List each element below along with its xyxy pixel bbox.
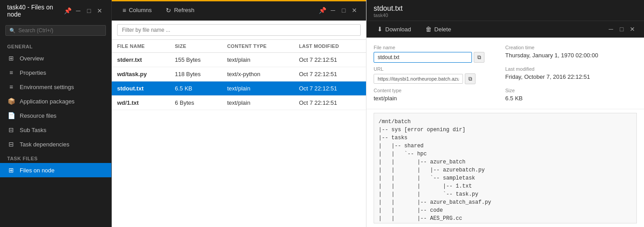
col-header-last-modified: LAST MODIFIED — [294, 40, 366, 53]
file-name-input[interactable] — [374, 52, 472, 63]
sidebar-item-resource-files[interactable]: 📄 Resource files — [0, 108, 111, 123]
url-row: ⧉ — [374, 73, 502, 84]
file-name-copy-button[interactable]: ⧉ — [474, 52, 484, 63]
sidebar-item-files-on-node[interactable]: ⊞ Files on node — [0, 163, 111, 177]
file-type-cell: text/plain — [222, 53, 294, 67]
file-size-cell: 6 Bytes — [169, 96, 222, 110]
section-task-files-label: TASK FILES — [0, 151, 111, 163]
file-type-cell: text/plain — [222, 96, 294, 110]
search-input[interactable] — [18, 27, 102, 34]
col-header-content-type: CONTENT TYPE — [222, 40, 294, 53]
url-label: URL — [374, 66, 502, 72]
sidebar-item-overview[interactable]: ⊞ Overview — [0, 51, 111, 65]
sidebar-item-label-task-dependencies: Task dependencies — [20, 141, 69, 148]
file-size-cell: 6.5 KB — [169, 81, 222, 96]
columns-button[interactable]: ≡ Columns — [119, 5, 155, 16]
detail-toolbar: ⬇ Download 🗑 Delete ─ □ ✕ — [366, 21, 644, 38]
table-row[interactable]: wd/task.py118 Bytestext/x-pythonOct 7 22… — [112, 67, 366, 81]
main-maximize-button[interactable]: □ — [339, 6, 348, 15]
url-input[interactable] — [374, 74, 463, 84]
file-modified-cell: Oct 7 22:12:51 — [294, 67, 366, 81]
file-name-cell: wd/1.txt — [112, 96, 169, 110]
overview-icon: ⊞ — [7, 55, 15, 62]
file-type-cell: text/x-python — [222, 67, 294, 81]
url-copy-button[interactable]: ⧉ — [465, 73, 476, 84]
main-pin-button[interactable]: 📌 — [318, 6, 327, 15]
file-modified-cell: Oct 7 22:12:51 — [294, 81, 366, 96]
creation-time-value: Thursday, January 1, 1970 02:00:00 — [505, 52, 634, 59]
detail-close-button[interactable]: ✕ — [628, 25, 637, 34]
env-settings-icon: ≡ — [7, 83, 15, 90]
creation-time-label: Creation time — [505, 45, 634, 50]
file-content: /mnt/batch |-- sys [error opening dir] |… — [374, 113, 637, 223]
main-minimize-button[interactable]: ─ — [328, 6, 337, 15]
search-box[interactable]: 🔍 — [5, 25, 106, 36]
delete-icon: 🗑 — [425, 26, 432, 33]
refresh-label: Refresh — [174, 7, 194, 13]
sub-tasks-icon: ⊟ — [7, 126, 15, 133]
sidebar: task40 - Files on node 📌 ─ □ ✕ 🔍 GENERAL… — [0, 0, 112, 227]
refresh-button[interactable]: ↻ Refresh — [162, 5, 198, 16]
section-general-label: GENERAL — [0, 39, 111, 51]
last-modified-field: Last modified Friday, October 7, 2016 22… — [505, 64, 637, 86]
filter-bar — [112, 21, 366, 40]
col-header-size: SIZE — [169, 40, 222, 53]
sidebar-item-task-dependencies[interactable]: ⊟ Task dependencies — [0, 137, 111, 151]
files-on-node-icon: ⊞ — [7, 167, 15, 174]
file-size-cell: 155 Bytes — [169, 53, 222, 67]
detail-header: stdout.txt task40 — [366, 0, 644, 21]
sidebar-item-label-app-packages: Application packages — [20, 98, 75, 105]
detail-fields: File name ⧉ Creation time Thursday, Janu… — [366, 38, 644, 109]
sidebar-item-label-files-on-node: Files on node — [20, 167, 55, 174]
col-header-filename: FILE NAME — [112, 40, 169, 53]
main-panel-window-controls: 📌 ─ □ ✕ — [318, 6, 359, 15]
file-name-label: File name — [374, 45, 502, 50]
columns-label: Columns — [129, 7, 152, 13]
file-modified-cell: Oct 7 22:12:51 — [294, 96, 366, 110]
pin-button[interactable]: 📌 — [63, 6, 72, 15]
columns-icon: ≡ — [122, 7, 126, 14]
table-row[interactable]: stdout.txt6.5 KBtext/plainOct 7 22:12:51 — [112, 81, 366, 96]
file-table: FILE NAME SIZE CONTENT TYPE LAST MODIFIE… — [112, 40, 366, 227]
sidebar-item-label-properties: Properties — [20, 69, 46, 76]
download-button[interactable]: ⬇ Download — [374, 24, 415, 34]
resource-files-icon: 📄 — [7, 112, 15, 119]
file-type-cell: text/plain — [222, 81, 294, 96]
url-field: URL ⧉ — [374, 64, 505, 86]
file-name-field: File name ⧉ — [374, 43, 505, 64]
sidebar-item-env-settings[interactable]: ≡ Environment settings — [0, 80, 111, 94]
detail-maximize-button[interactable]: □ — [617, 25, 626, 34]
sidebar-item-label-sub-tasks: Sub Tasks — [20, 127, 46, 133]
detail-minimize-button[interactable]: ─ — [606, 25, 615, 34]
file-name-row: ⧉ — [374, 52, 502, 63]
table-row[interactable]: stderr.txt155 Bytestext/plainOct 7 22:12… — [112, 53, 366, 67]
size-value: 6.5 KB — [505, 95, 634, 102]
content-type-field: Content type text/plain — [374, 86, 505, 103]
last-modified-value: Friday, October 7, 2016 22:12:51 — [505, 73, 634, 80]
maximize-button[interactable]: □ — [84, 6, 93, 15]
content-type-label: Content type — [374, 88, 502, 93]
file-name-cell: wd/task.py — [112, 67, 169, 81]
file-panel: ≡ Columns ↻ Refresh 📌 ─ □ ✕ FILE NAME SI… — [112, 0, 366, 227]
size-label: Size — [505, 88, 634, 93]
delete-button[interactable]: 🗑 Delete — [422, 24, 455, 34]
content-type-value: text/plain — [374, 95, 502, 102]
size-field: Size 6.5 KB — [505, 86, 637, 103]
detail-panel: stdout.txt task40 ⬇ Download 🗑 Delete ─ … — [366, 0, 644, 227]
refresh-icon: ↻ — [166, 7, 171, 14]
task-dependencies-icon: ⊟ — [7, 141, 15, 148]
detail-subtitle: task40 — [374, 13, 637, 18]
sidebar-item-properties[interactable]: ≡ Properties — [0, 65, 111, 80]
sidebar-item-app-packages[interactable]: 📦 Application packages — [0, 94, 111, 108]
filter-input[interactable] — [117, 24, 361, 36]
close-button[interactable]: ✕ — [95, 6, 104, 15]
main-close-button[interactable]: ✕ — [350, 6, 359, 15]
table-row[interactable]: wd/1.txt6 Bytestext/plainOct 7 22:12:51 — [112, 96, 366, 110]
file-name-cell: stdout.txt — [112, 81, 169, 96]
sidebar-item-sub-tasks[interactable]: ⊟ Sub Tasks — [0, 123, 111, 137]
app-title-bar: task40 - Files on node 📌 ─ □ ✕ — [0, 0, 111, 21]
minimize-button[interactable]: ─ — [74, 6, 83, 15]
detail-window-controls: ─ □ ✕ — [606, 25, 637, 34]
file-size-cell: 118 Bytes — [169, 67, 222, 81]
properties-icon: ≡ — [7, 69, 15, 76]
